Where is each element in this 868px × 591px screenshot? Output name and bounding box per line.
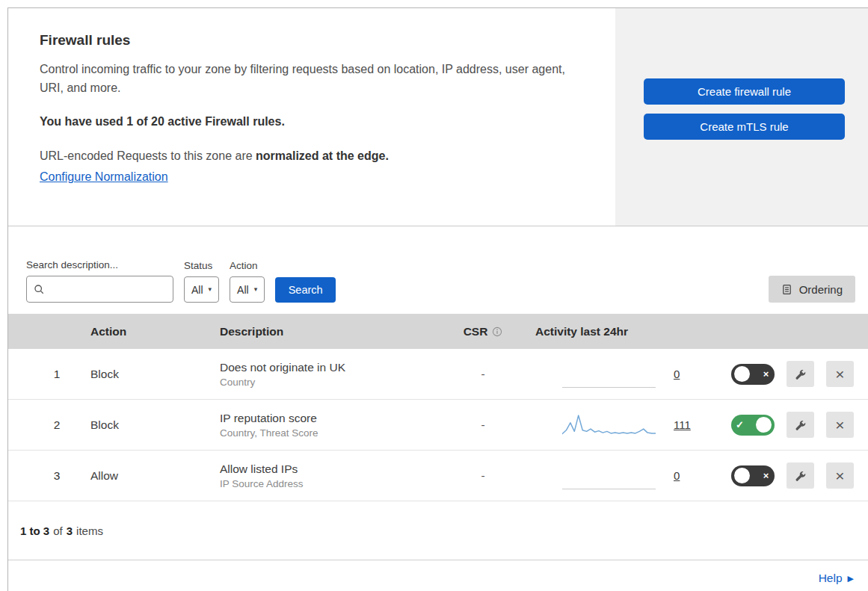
rule-priority: 2: [8, 418, 76, 432]
status-filter-value: All: [191, 284, 203, 296]
table-header-row: Action Description CSR Activity last 24h…: [8, 314, 868, 349]
wrench-icon: [795, 368, 807, 380]
filter-controls: Search description... Status All ▾ Actio…: [26, 259, 336, 303]
rule-controls: ✓ × ×: [704, 361, 868, 387]
rule-action: Allow: [76, 469, 206, 483]
activity-count-link[interactable]: 0: [674, 368, 680, 380]
rule-description: Allow listed IPs: [220, 462, 438, 476]
search-icon: [34, 284, 45, 295]
rule-csr-value: -: [438, 368, 528, 381]
rule-enabled-toggle[interactable]: ✓ ×: [731, 415, 775, 436]
page-title: Firewall rules: [40, 32, 584, 49]
rule-description-cell: Allow listed IPs IP Source Address: [206, 462, 438, 489]
activity-count-link[interactable]: 0: [674, 469, 680, 482]
ordering-button-label: Ordering: [799, 283, 843, 296]
firewall-rule-row: 2 Block IP reputation score Country, Thr…: [8, 400, 868, 451]
rule-activity-cell: 0: [528, 451, 704, 501]
toggle-knob: [756, 417, 772, 433]
close-icon: ×: [835, 468, 844, 483]
firewall-rules-page: Firewall rules Control incoming traffic …: [7, 7, 868, 591]
pagination-items: items: [76, 525, 103, 537]
rule-csr-value: -: [438, 418, 528, 432]
csr-column-header: CSR: [438, 325, 528, 338]
x-icon: ×: [760, 471, 772, 480]
rule-description-cell: Does not originate in UK Country: [206, 361, 438, 388]
search-label: Search description...: [26, 259, 173, 270]
rule-description-cell: IP reputation score Country, Threat Scor…: [206, 412, 438, 439]
firewall-rule-row: 3 Allow Allow listed IPs IP Source Addre…: [8, 451, 868, 501]
chevron-down-icon: ▾: [209, 286, 212, 293]
rule-controls: ✓ × ×: [704, 462, 868, 489]
wrench-icon: [795, 470, 807, 482]
filter-bar: Search description... Status All ▾ Actio…: [8, 226, 868, 314]
action-column-header: Action: [76, 325, 206, 338]
edit-rule-button[interactable]: [787, 462, 814, 489]
action-filter-group: Action All ▾: [230, 260, 265, 303]
close-icon: ×: [835, 366, 844, 382]
usage-summary: You have used 1 of 20 active Firewall ru…: [40, 115, 584, 129]
normalization-note-bold: normalized at the edge.: [256, 149, 389, 162]
check-icon: ✓: [734, 420, 745, 430]
rule-controls: ✓ × ×: [704, 412, 868, 438]
status-filter-group: Status All ▾: [184, 260, 219, 303]
page-description: Control incoming traffic to your zone by…: [40, 60, 584, 97]
help-link-label: Help: [819, 572, 843, 585]
list-icon: [781, 284, 792, 295]
activity-flat-line: [562, 387, 656, 388]
activity-sparkline: [562, 412, 656, 438]
delete-rule-button[interactable]: ×: [826, 361, 854, 387]
wrench-icon: [795, 419, 807, 431]
rule-priority: 3: [8, 469, 76, 483]
rule-fields: Country: [220, 377, 438, 388]
delete-rule-button[interactable]: ×: [826, 412, 854, 438]
edit-rule-button[interactable]: [787, 361, 814, 387]
firewall-rule-row: 1 Block Does not originate in UK Country…: [8, 349, 868, 400]
rule-csr-value: -: [438, 469, 528, 483]
activity-flat-line: [562, 489, 656, 489]
page-header-text: Firewall rules Control incoming traffic …: [8, 8, 615, 226]
rule-enabled-toggle[interactable]: ✓ ×: [731, 364, 775, 385]
pagination-summary: 1 to 3 of 3 items: [8, 501, 868, 560]
rule-description: IP reputation score: [220, 412, 438, 425]
rule-fields: IP Source Address: [220, 478, 438, 489]
close-icon: ×: [835, 417, 844, 433]
toggle-knob: [734, 366, 750, 382]
create-firewall-rule-button[interactable]: Create firewall rule: [644, 78, 845, 105]
rule-description: Does not originate in UK: [220, 361, 438, 374]
delete-rule-button[interactable]: ×: [826, 462, 854, 489]
pagination-range: 1 to 3: [20, 525, 49, 537]
search-button[interactable]: Search: [275, 277, 336, 303]
chevron-right-icon: ▶: [848, 575, 854, 583]
csr-column-header-label: CSR: [464, 325, 488, 338]
rule-fields: Country, Threat Score: [220, 427, 438, 439]
pagination-of: of: [53, 525, 63, 537]
rule-priority: 1: [8, 368, 76, 381]
toggle-knob: [734, 468, 750, 483]
normalization-note: URL-encoded Requests to this zone are no…: [40, 149, 584, 163]
help-bar: Help ▶: [8, 560, 868, 591]
normalization-note-text: URL-encoded Requests to this zone are: [40, 149, 253, 162]
description-column-header: Description: [206, 325, 438, 338]
status-filter-dropdown[interactable]: All ▾: [184, 276, 219, 303]
rule-activity-cell: 0: [528, 349, 704, 399]
help-link[interactable]: Help ▶: [819, 572, 854, 585]
ordering-button[interactable]: Ordering: [769, 276, 855, 303]
action-filter-label: Action: [230, 260, 265, 271]
rule-enabled-toggle[interactable]: ✓ ×: [731, 465, 775, 486]
edit-rule-button[interactable]: [787, 412, 814, 438]
action-filter-value: All: [237, 284, 249, 296]
configure-normalization-link[interactable]: Configure Normalization: [40, 170, 168, 183]
create-mtls-rule-button[interactable]: Create mTLS rule: [644, 114, 845, 140]
info-icon[interactable]: [492, 327, 502, 337]
search-input[interactable]: [49, 282, 166, 296]
status-filter-label: Status: [184, 260, 219, 271]
pagination-total: 3: [67, 525, 73, 537]
rule-action: Block: [76, 368, 206, 381]
rule-activity-cell: 111: [528, 400, 704, 450]
chevron-down-icon: ▾: [254, 286, 258, 293]
action-filter-dropdown[interactable]: All ▾: [230, 276, 265, 303]
search-input-wrapper: [26, 276, 173, 303]
activity-count-link[interactable]: 111: [674, 418, 691, 431]
activity-column-header: Activity last 24hr: [528, 325, 704, 338]
search-group: Search description...: [26, 259, 173, 303]
